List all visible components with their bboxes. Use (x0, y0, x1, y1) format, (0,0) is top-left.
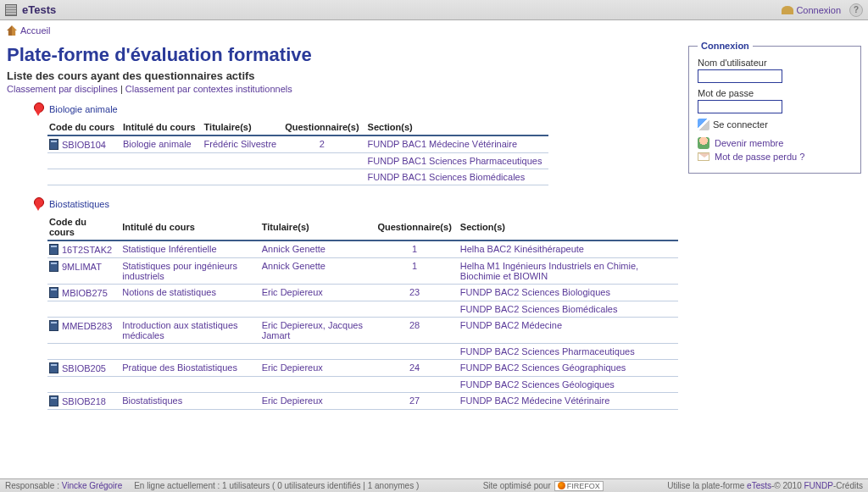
course-title-link[interactable]: Statistique Inférentielle (122, 244, 216, 254)
course-section-link[interactable]: Helha M1 Ingénieurs Industriels en Chimi… (460, 261, 638, 281)
footer: Responsable : Vincke Grégoire En ligne a… (0, 478, 868, 492)
col-titulaire: Titulaire(s) (203, 119, 284, 135)
login-button[interactable]: Se connecter (698, 119, 852, 130)
table-row: SBIOB218BiostatistiquesEric Depiereux27F… (47, 393, 678, 410)
password-input[interactable] (698, 100, 782, 113)
course-section-link[interactable]: FUNDP BAC2 Sciences Géologiques (460, 379, 615, 390)
table-row: FUNDP BAC2 Sciences Biomédicales (47, 301, 678, 318)
table-row: SBIOB205Pratique des BiostatistiquesEric… (47, 360, 678, 377)
table-row: FUNDP BAC2 Sciences Pharmaceutiques (47, 344, 678, 360)
course-section-link[interactable]: FUNDP BAC2 Sciences Biomédicales (460, 304, 618, 314)
course-section-link[interactable]: FUNDP BAC1 Sciences Pharmaceutiques (368, 156, 542, 166)
sort-by-context[interactable]: Classement par contextes institutionnels (125, 84, 292, 94)
course-section-link[interactable]: FUNDP BAC1 Sciences Biomédicales (368, 172, 526, 182)
course-q-count[interactable]: 24 (409, 362, 420, 373)
table-row: FUNDP BAC2 Sciences Géologiques (47, 377, 678, 393)
course-code-link[interactable]: SBIOB218 (62, 396, 106, 406)
course-teacher-link[interactable]: Eric Depiereux (262, 362, 323, 373)
course-section-link[interactable]: FUNDP BAC2 Sciences Géographiques (460, 362, 626, 373)
course-code-link[interactable]: 16T2STAK2 (62, 245, 112, 255)
course-teacher-link[interactable]: Annick Genette (262, 261, 326, 271)
course-title-link[interactable]: Notions de statistiques (122, 287, 216, 297)
table-row: FUNDP BAC1 Sciences Biomédicales (47, 169, 548, 185)
footer-online: En ligne actuellement : 1 utilisateurs (… (134, 481, 419, 490)
username-input[interactable] (698, 69, 782, 83)
book-icon (49, 320, 58, 331)
user-plus-icon (698, 137, 709, 149)
col-intitule: Intitulé du cours (121, 119, 203, 135)
header-login-label: Connexion (796, 5, 841, 15)
firefox-label: FIREFOX (567, 482, 600, 490)
table-row: FUNDP BAC1 Sciences Pharmaceutiques (47, 153, 548, 169)
footer-responsible-name[interactable]: Vincke Grégoire (62, 481, 123, 490)
course-title-link[interactable]: Statistiques pour ingénieurs industriels (122, 261, 237, 281)
col-code: Code du cours (47, 119, 121, 135)
course-section-link[interactable]: FUNDP BAC2 Sciences Biologiques (460, 287, 610, 297)
firefox-icon (558, 482, 565, 489)
ribbon-icon (32, 102, 44, 116)
course-title-link[interactable]: Biologie animale (123, 139, 192, 149)
mail-icon (698, 152, 709, 161)
course-q-count[interactable]: 1 (412, 261, 417, 271)
course-section-link[interactable]: Helha BAC2 Kinésithérapeute (460, 244, 584, 254)
course-title-link[interactable]: Biostatistiques (122, 395, 182, 406)
course-code-link[interactable]: SBIOB104 (62, 140, 106, 150)
course-teacher-link[interactable]: Frédéric Silvestre (204, 139, 277, 149)
course-code-link[interactable]: 9MLIMAT (62, 262, 102, 272)
footer-fundp-link[interactable]: FUNDP (804, 481, 833, 490)
col-questionnaires: Questionnaire(s) (376, 214, 458, 240)
breadcrumb-home[interactable]: Accueil (20, 25, 50, 36)
footer-optimized: Site optimisé pour (483, 481, 551, 490)
sort-by-discipline[interactable]: Classement par disciplines (7, 84, 118, 94)
course-section-link[interactable]: FUNDP BAC1 Médecine Vétérinaire (368, 139, 517, 149)
course-code-link[interactable]: MBIOB275 (62, 288, 108, 298)
forgot-label[interactable]: Mot de passe perdu ? (715, 152, 804, 162)
col-sections: Section(s) (366, 119, 549, 135)
course-teacher-link[interactable]: Eric Depiereux, Jacques Jamart (262, 320, 363, 340)
app-logo-icon (5, 4, 17, 16)
app-title: eTests (22, 3, 56, 16)
username-label: Nom d'utilisateur (698, 58, 852, 68)
course-title-link[interactable]: Introduction aux statistiques médicales (122, 320, 237, 340)
login-legend: Connexion (698, 41, 753, 51)
password-label: Mot de passe (698, 88, 852, 98)
table-row: SBIOB104Biologie animaleFrédéric Silvest… (47, 135, 548, 153)
course-q-count[interactable]: 2 (320, 139, 325, 149)
courses-table: Code du coursIntitulé du coursTitulaire(… (47, 119, 548, 185)
login-button-label: Se connecter (713, 119, 768, 130)
course-teacher-link[interactable]: Eric Depiereux (262, 287, 323, 297)
footer-responsible-label: Responsable : (5, 481, 62, 490)
course-code-link[interactable]: MMEDB283 (62, 321, 112, 331)
table-row: 16T2STAK2Statistique InférentielleAnnick… (47, 240, 678, 258)
header-login-link[interactable]: Connexion (782, 5, 841, 15)
header-bar: eTests Connexion ? (0, 0, 868, 20)
course-q-count[interactable]: 23 (409, 287, 420, 297)
footer-credits: -Crédits (833, 481, 863, 490)
register-link[interactable]: Devenir membre (698, 137, 852, 149)
book-icon (49, 395, 58, 406)
help-icon[interactable]: ? (849, 3, 863, 17)
table-row: MMEDB283Introduction aux statistiques mé… (47, 318, 678, 344)
course-q-count[interactable]: 28 (409, 320, 420, 330)
table-row: 9MLIMATStatistiques pour ingénieurs indu… (47, 258, 678, 285)
course-teacher-link[interactable]: Annick Genette (262, 244, 326, 254)
course-teacher-link[interactable]: Eric Depiereux (262, 395, 323, 406)
course-section-link[interactable]: FUNDP BAC2 Médecine (460, 320, 562, 330)
course-q-count[interactable]: 27 (409, 395, 420, 406)
firefox-badge[interactable]: FIREFOX (554, 481, 604, 491)
discipline-block: Biologie animaleCode du coursIntitulé du… (32, 102, 678, 185)
register-label[interactable]: Devenir membre (715, 138, 783, 148)
footer-copyright: -© 2010 (771, 481, 804, 490)
course-q-count[interactable]: 1 (412, 244, 417, 254)
course-section-link[interactable]: FUNDP BAC2 Médecine Vétérinaire (460, 395, 609, 406)
page-subtitle: Liste des cours ayant des questionnaires… (7, 69, 678, 82)
discipline-link[interactable]: Biostatistiques (49, 199, 109, 209)
col-code: Code du cours (47, 214, 120, 240)
course-section-link[interactable]: FUNDP BAC2 Sciences Pharmaceutiques (460, 346, 635, 357)
login-icon (698, 119, 709, 130)
discipline-link[interactable]: Biologie animale (49, 104, 118, 114)
course-title-link[interactable]: Pratique des Biostatistiques (122, 362, 237, 373)
footer-etests-link[interactable]: eTests (747, 481, 771, 490)
forgot-link[interactable]: Mot de passe perdu ? (698, 152, 852, 162)
course-code-link[interactable]: SBIOB205 (62, 363, 106, 373)
